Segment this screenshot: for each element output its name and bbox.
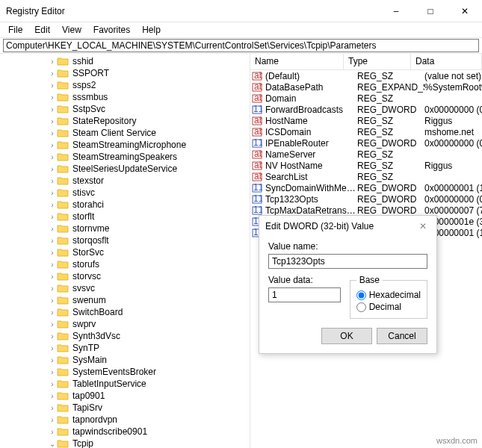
tree-item[interactable]: ›SSPORT <box>0 67 250 79</box>
tree-item[interactable]: ›storflt <box>0 211 250 223</box>
expand-icon[interactable]: › <box>48 81 57 90</box>
expand-icon[interactable]: › <box>48 177 57 185</box>
tree-item[interactable]: ›ssps2 <box>0 79 250 91</box>
expand-icon[interactable]: › <box>48 392 57 400</box>
expand-icon[interactable]: › <box>48 93 57 102</box>
menu-file[interactable]: File <box>3 23 28 37</box>
tree-item[interactable]: ›SteelSeriesUpdateService <box>0 163 250 175</box>
expand-icon[interactable]: › <box>48 332 57 340</box>
expand-icon[interactable]: › <box>48 117 57 125</box>
expand-icon[interactable]: › <box>48 237 57 245</box>
expand-icon[interactable]: › <box>48 344 57 352</box>
tree-item[interactable]: ›swenum <box>0 294 250 306</box>
registry-value-row[interactable]: 110ForwardBroadcastsREG_DWORD0x00000000 … <box>250 104 482 115</box>
value-name: HostName <box>265 116 357 126</box>
tree-item[interactable]: ⌄Tcpip <box>0 438 250 448</box>
tree-item[interactable]: ›SynTP <box>0 342 250 354</box>
tree-item[interactable]: ›stexstor <box>0 175 250 187</box>
maximize-button[interactable]: □ <box>413 0 448 22</box>
expand-icon[interactable]: › <box>48 428 57 436</box>
expand-icon[interactable]: › <box>48 201 57 209</box>
registry-value-row[interactable]: abSearchListREG_SZ <box>250 171 482 182</box>
expand-icon[interactable]: › <box>48 368 57 376</box>
tree-item[interactable]: ›sssmbus <box>0 91 250 103</box>
dialog-close-icon[interactable]: ✕ <box>415 221 430 231</box>
expand-icon[interactable]: › <box>48 273 57 281</box>
registry-value-row[interactable]: 110Tcp1323OptsREG_DWORD0x00000000 (0) <box>250 193 482 205</box>
registry-value-row[interactable]: 110SyncDomainWithMembersh...REG_DWORD0x0… <box>250 182 482 193</box>
decimal-radio[interactable] <box>356 302 366 312</box>
expand-icon[interactable]: › <box>48 284 57 293</box>
tree-item[interactable]: ›tapnordvpn <box>0 414 250 426</box>
tree-item[interactable]: ›TabletInputService <box>0 378 250 390</box>
tree-item[interactable]: ›svsvc <box>0 282 250 294</box>
value-data-input[interactable] <box>268 287 341 302</box>
tree-item[interactable]: ›SystemEventsBroker <box>0 366 250 378</box>
tree-item[interactable]: ›sshid <box>0 55 250 67</box>
tree-item[interactable]: ›storvsc <box>0 270 250 282</box>
tree-item[interactable]: ›StateRepository <box>0 115 250 127</box>
tree-item[interactable]: ›swprv <box>0 318 250 330</box>
tree-item[interactable]: ›StorSvc <box>0 246 250 258</box>
column-header-name[interactable]: Name <box>250 54 344 69</box>
tree-item[interactable]: ›tapwindscribe0901 <box>0 426 250 438</box>
tree-item[interactable]: ›tap0901 <box>0 390 250 402</box>
expand-icon[interactable]: › <box>48 380 57 388</box>
tree-pane[interactable]: ›sshid›SSPORT›ssps2›sssmbus›SstpSvc›Stat… <box>0 54 250 448</box>
expand-icon[interactable]: › <box>48 404 57 412</box>
tree-item[interactable]: ›storqosflt <box>0 234 250 246</box>
expand-icon[interactable]: › <box>48 129 57 137</box>
tree-item[interactable]: ›SysMain <box>0 354 250 366</box>
expand-icon[interactable]: › <box>48 356 57 364</box>
expand-icon[interactable]: › <box>48 153 57 161</box>
collapse-icon[interactable]: ⌄ <box>48 440 57 448</box>
expand-icon[interactable]: › <box>48 141 57 149</box>
column-header-data[interactable]: Data <box>411 54 482 69</box>
tree-item[interactable]: ›SteamStreamingMicrophone <box>0 139 250 151</box>
tree-item[interactable]: ›TapiSrv <box>0 402 250 414</box>
value-name-input[interactable] <box>268 254 427 269</box>
tree-item[interactable]: ›stornvme <box>0 223 250 234</box>
tree-item[interactable]: ›SteamStreamingSpeakers <box>0 151 250 163</box>
expand-icon[interactable]: › <box>48 249 57 257</box>
cancel-button[interactable]: Cancel <box>377 328 427 344</box>
registry-value-row[interactable]: abDomainREG_SZ <box>250 93 482 104</box>
ok-button[interactable]: OK <box>321 328 372 344</box>
registry-value-row[interactable]: ab(Default)REG_SZ(value not set) <box>250 70 482 81</box>
registry-value-row[interactable]: abHostNameREG_SZRiggus <box>250 115 482 126</box>
expand-icon[interactable]: › <box>48 225 57 233</box>
minimize-button[interactable]: – <box>379 0 413 22</box>
menu-view[interactable]: View <box>57 23 87 37</box>
expand-icon[interactable]: › <box>48 308 57 317</box>
tree-item[interactable]: ›Steam Client Service <box>0 127 250 139</box>
expand-icon[interactable]: › <box>48 189 57 197</box>
expand-icon[interactable]: › <box>48 105 57 113</box>
expand-icon[interactable]: › <box>48 296 57 305</box>
expand-icon[interactable]: › <box>48 261 57 269</box>
tree-item[interactable]: ›SstpSvc <box>0 103 250 115</box>
address-input[interactable] <box>3 39 479 52</box>
column-header-type[interactable]: Type <box>344 54 411 69</box>
tree-item[interactable]: ›storahci <box>0 199 250 211</box>
expand-icon[interactable]: › <box>48 320 57 329</box>
registry-value-row[interactable]: abNameServerREG_SZ <box>250 149 482 160</box>
menu-edit[interactable]: Edit <box>29 23 55 37</box>
tree-item[interactable]: ›storufs <box>0 258 250 270</box>
tree-item[interactable]: ›stisvc <box>0 187 250 199</box>
menu-help[interactable]: Help <box>137 23 166 37</box>
expand-icon[interactable]: › <box>48 416 57 424</box>
expand-icon[interactable]: › <box>48 213 57 221</box>
hexadecimal-radio[interactable] <box>356 290 366 300</box>
expand-icon[interactable]: › <box>48 69 57 78</box>
expand-icon[interactable]: › <box>48 165 57 173</box>
expand-icon[interactable]: › <box>48 57 57 66</box>
tree-item[interactable]: ›SwitchBoard <box>0 306 250 318</box>
registry-value-row[interactable]: abDataBasePathREG_EXPAND_SZ%SystemRoot%\… <box>250 81 482 93</box>
registry-value-row[interactable]: abICSDomainREG_SZmshome.net <box>250 126 482 137</box>
registry-value-row[interactable]: abNV HostNameREG_SZRiggus <box>250 160 482 171</box>
registry-value-row[interactable]: 110TcpMaxDataRetransmissionsREG_DWORD0x0… <box>250 205 482 216</box>
menu-favorites[interactable]: Favorites <box>88 23 135 37</box>
registry-value-row[interactable]: 110IPEnableRouterREG_DWORD0x00000000 (0) <box>250 137 482 149</box>
tree-item[interactable]: ›Synth3dVsc <box>0 330 250 342</box>
close-button[interactable]: ✕ <box>448 0 482 22</box>
